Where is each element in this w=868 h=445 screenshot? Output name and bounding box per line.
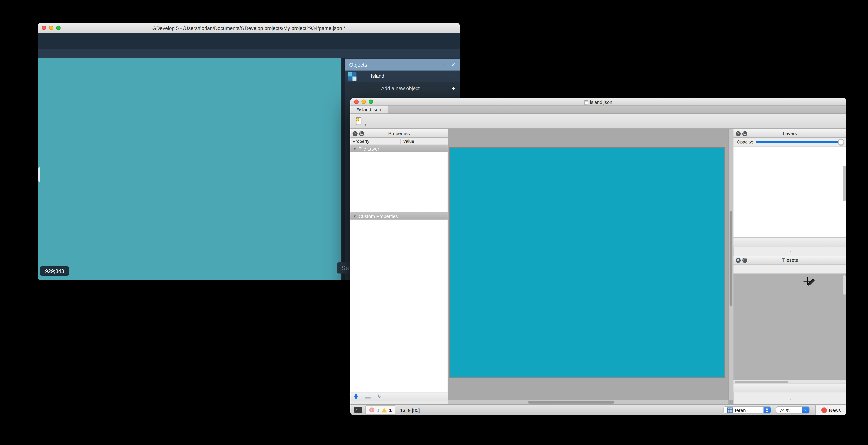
- object-list-item-island[interactable]: Island ⋮: [345, 71, 460, 82]
- zoom-value: 74 %: [776, 407, 802, 413]
- properties-toolbar: ✚ ▬ ✎: [350, 392, 448, 402]
- section-tile-layer[interactable]: ▼ Tile Layer: [350, 145, 448, 152]
- gdevelop-scene-canvas[interactable]: 929;343: [38, 58, 341, 280]
- minimize-icon[interactable]: [49, 26, 53, 30]
- minimize-icon[interactable]: [362, 99, 366, 103]
- zoom-window-icon[interactable]: [369, 99, 373, 103]
- layer-list: [734, 147, 846, 237]
- map-canvas[interactable]: [450, 147, 725, 378]
- collapse-icon[interactable]: ▼: [353, 214, 356, 218]
- gdevelop-traffic-lights[interactable]: [42, 26, 61, 30]
- zoom-combo[interactable]: 74 % ∨: [776, 406, 809, 414]
- tilesets-header: ✕ ❐ Tilesets: [734, 256, 846, 265]
- object-thumbnail: [348, 72, 356, 80]
- layers-scrollbar-thumb[interactable]: [843, 166, 846, 201]
- collapse-icon[interactable]: ▼: [353, 147, 356, 150]
- layer-opacity-row: Opacity:: [734, 138, 846, 147]
- new-file-icon[interactable]: ∨: [353, 116, 364, 127]
- left-dock-tabs: [734, 247, 846, 256]
- tiled-document-tabbar: *island.json: [350, 105, 846, 114]
- tilesets-title: Tilesets: [734, 257, 846, 263]
- layers-title: Layers: [734, 131, 846, 136]
- plus-icon[interactable]: +: [452, 84, 455, 92]
- scroll-thumb[interactable]: [528, 401, 614, 404]
- spinner-icons[interactable]: ▲▼: [763, 406, 771, 414]
- scroll-thumb[interactable]: [730, 211, 732, 306]
- slider-knob[interactable]: [838, 139, 844, 145]
- news-button[interactable]: ! News: [815, 405, 846, 415]
- gdevelop-titlebar[interactable]: GDevelop 5 - /Users/florian/Documents/GD…: [38, 23, 460, 33]
- console-icon[interactable]: [354, 407, 362, 413]
- close-icon[interactable]: [42, 26, 46, 30]
- tiled-status-bar: ! 0 1 13, 9 [85] teren ▲▼ 74 % ∨ ! News: [350, 404, 846, 415]
- tiled-traffic-lights[interactable]: [354, 99, 373, 103]
- tileset-scrollbar-thumb[interactable]: [843, 275, 846, 295]
- add-property-icon[interactable]: ✚: [353, 394, 358, 400]
- right-dock-tabs: [734, 393, 846, 404]
- warning-count: 1: [389, 407, 392, 413]
- gdevelop-window-title: GDevelop 5 - /Users/florian/Documents/GD…: [38, 26, 460, 31]
- section-custom-properties[interactable]: ▼ Custom Properties: [350, 212, 448, 220]
- tilesets-panel: ✕ ❐ Tilesets: [734, 256, 846, 404]
- right-dock: ✕ ❐ Layers Opacity: ✕: [733, 129, 846, 404]
- island-map-render: [450, 148, 725, 379]
- error-count: 0: [376, 407, 379, 413]
- news-badge-icon: !: [821, 407, 827, 413]
- tiled-toolbar: ∨: [350, 114, 846, 129]
- document-icon: [584, 100, 588, 105]
- tiled-titlebar[interactable]: island.json: [350, 98, 846, 106]
- cursor-coordinates-badge: 929;343: [40, 266, 69, 276]
- column-value: Value: [401, 139, 414, 144]
- scroll-thumb[interactable]: [735, 381, 788, 383]
- current-layer-combo[interactable]: teren ▲▼: [723, 406, 771, 414]
- desktop: GDevelop 5 - /Users/florian/Documents/GD…: [0, 0, 868, 445]
- current-layer-value: teren: [735, 407, 746, 413]
- properties-columns: Property Value: [350, 138, 448, 145]
- opacity-slider[interactable]: [756, 141, 843, 143]
- filter-icon[interactable]: ≡: [443, 62, 446, 68]
- objects-panel-title: Objects: [349, 62, 367, 68]
- add-object-button[interactable]: Add a new object +: [345, 82, 460, 94]
- map-vertical-scrollbar[interactable]: [728, 129, 733, 400]
- layers-toolbar: [734, 237, 846, 247]
- edit-property-icon[interactable]: ✎: [377, 394, 382, 400]
- layers-header: ✕ ❐ Layers: [734, 129, 846, 138]
- properties-header: ✕ ❐ Properties: [350, 129, 448, 138]
- news-label: News: [829, 407, 841, 413]
- tileset-sprites: [734, 274, 839, 380]
- tileset-horizontal-scrollbar[interactable]: [734, 380, 846, 383]
- close-icon[interactable]: [354, 99, 359, 103]
- column-property: Property: [350, 139, 401, 144]
- layers-panel: ✕ ❐ Layers Opacity:: [734, 129, 846, 256]
- gdevelop-tabbar: [38, 49, 460, 58]
- opacity-label: Opacity:: [737, 139, 753, 145]
- gdevelop-scene-render: [38, 58, 341, 280]
- issues-counter[interactable]: ! 0 1: [365, 405, 396, 415]
- add-object-label: Add a new object: [349, 85, 452, 91]
- tiled-body: ✕ ❐ Properties Property Value ▼ Tile Lay…: [350, 129, 846, 404]
- object-label: Island: [371, 73, 384, 79]
- objects-panel-header: Objects ≡ ✕: [345, 59, 460, 70]
- properties-title: Properties: [350, 131, 448, 136]
- chevron-down-icon[interactable]: ∨: [802, 406, 809, 414]
- document-tab[interactable]: *island.json: [350, 105, 389, 113]
- warning-icon: [381, 405, 387, 412]
- remove-property-icon[interactable]: ▬: [365, 394, 371, 400]
- properties-panel: ✕ ❐ Properties Property Value ▼ Tile Lay…: [350, 129, 448, 404]
- gdevelop-toolbar: [38, 33, 460, 49]
- tiled-window-title: island.json: [350, 99, 846, 105]
- tilesets-toolbar: [734, 384, 846, 392]
- object-menu-icon[interactable]: ⋮: [452, 73, 457, 79]
- error-icon: !: [369, 407, 374, 412]
- tiled-window: island.json *island.json ∨ ✕ ❐ Propertie…: [350, 98, 846, 415]
- map-horizontal-scrollbar[interactable]: [448, 400, 728, 404]
- zoom-window-icon[interactable]: [56, 26, 61, 30]
- tileset-grid[interactable]: [734, 274, 846, 380]
- gdevelop-canvas-scroll-handle[interactable]: [38, 167, 40, 182]
- tile-position: 13, 9 [85]: [400, 407, 420, 413]
- clipped-search-button[interactable]: Se: [337, 262, 350, 273]
- map-view[interactable]: [448, 129, 733, 404]
- tileset-tabs: [734, 265, 846, 274]
- close-icon[interactable]: ✕: [451, 62, 455, 68]
